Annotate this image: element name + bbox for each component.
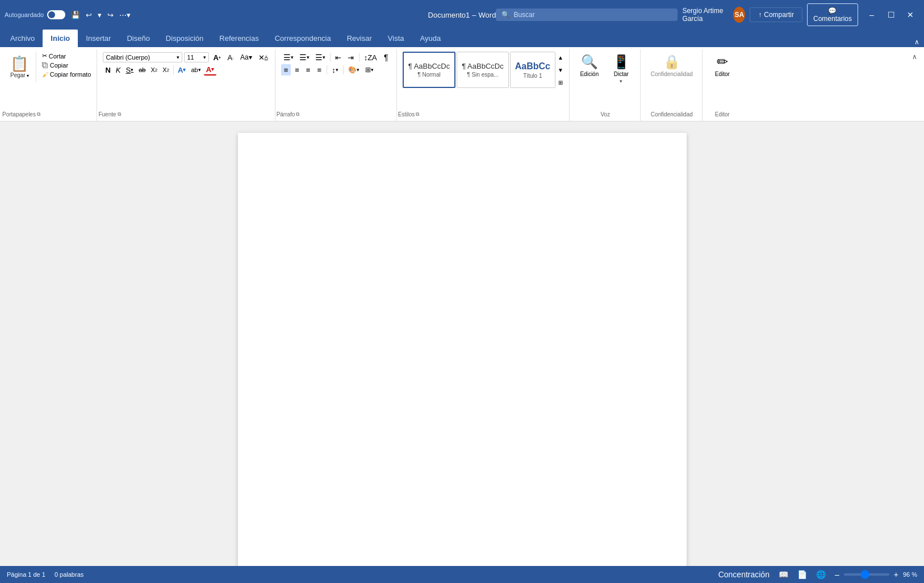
tab-correspondencia[interactable]: Correspondencia bbox=[267, 30, 339, 47]
increase-indent-button[interactable]: ⇥ bbox=[345, 52, 357, 63]
undo-dropdown[interactable]: ▾ bbox=[95, 10, 104, 20]
tab-vista[interactable]: Vista bbox=[380, 30, 412, 47]
style-name-normal: ¶ Normal bbox=[417, 72, 440, 78]
autosave-toggle[interactable] bbox=[47, 10, 65, 19]
font-size-dropdown[interactable]: 11 ▾ bbox=[184, 52, 209, 62]
paste-dropdown-arrow[interactable]: ▾ bbox=[27, 73, 29, 78]
undo-button[interactable]: ↩ bbox=[83, 10, 94, 20]
decrease-font-button[interactable]: A- bbox=[225, 52, 236, 63]
increase-font-button[interactable]: A+ bbox=[211, 52, 223, 63]
italic-button[interactable]: K bbox=[114, 64, 123, 76]
portapapeles-content: 📋 Pegar ▾ ✂ Cortar ⿻ Copiar bbox=[7, 52, 92, 93]
document-page[interactable] bbox=[238, 133, 687, 573]
search-input[interactable] bbox=[513, 11, 672, 19]
styles-expand-button[interactable]: ⊞ bbox=[557, 77, 565, 88]
bold-button[interactable]: N bbox=[103, 64, 112, 76]
font-color-button[interactable]: A▾ bbox=[204, 64, 216, 76]
paste-button[interactable]: 📋 Pegar ▾ bbox=[7, 54, 32, 81]
share-button[interactable]: ↑ Compartir bbox=[750, 7, 802, 22]
underline-button[interactable]: S▾ bbox=[124, 64, 136, 76]
numbering-button[interactable]: ☰▾ bbox=[297, 52, 312, 63]
style-scroll-down[interactable]: ▼ bbox=[557, 64, 565, 76]
line-spacing-button[interactable]: ↕▾ bbox=[329, 64, 341, 76]
confidencialidad-label: Confidencialidad bbox=[651, 71, 693, 77]
search-box[interactable]: 🔍 bbox=[496, 9, 678, 21]
confidencialidad-content: 🔒 Confidencialidad bbox=[646, 52, 697, 121]
web-layout-button[interactable]: 🌐 bbox=[814, 569, 828, 580]
zoom-slider[interactable] bbox=[844, 573, 889, 576]
fuente-expand-icon[interactable]: ⧉ bbox=[118, 111, 121, 118]
edicion-label: Edición bbox=[580, 71, 599, 77]
parrafo-expand-icon[interactable]: ⧉ bbox=[296, 111, 299, 118]
title-bar-center: Documento1 – Word bbox=[428, 11, 496, 19]
show-marks-button[interactable]: ¶ bbox=[381, 52, 392, 63]
style-scroll-up[interactable]: ▲ bbox=[557, 52, 565, 63]
tab-referencias[interactable]: Referencias bbox=[211, 30, 266, 47]
document-name: Documento1 bbox=[428, 11, 470, 19]
copy-button[interactable]: ⿻ Copiar bbox=[41, 61, 93, 69]
underline-dropdown[interactable]: ▾ bbox=[131, 67, 133, 73]
tab-diseno[interactable]: Diseño bbox=[119, 30, 157, 47]
minimize-button[interactable]: – bbox=[863, 7, 881, 23]
group-fuente: Calibri (Cuerpo) ▾ 11 ▾ A+ A- Aa▾ ✕A N K bbox=[98, 49, 275, 121]
bullets-button[interactable]: ☰▾ bbox=[281, 52, 296, 63]
tab-archivo[interactable]: Archivo bbox=[2, 30, 43, 47]
superscript-button[interactable]: X2 bbox=[160, 64, 172, 76]
zoom-percent: 96 % bbox=[903, 571, 917, 578]
ribbon-tabs: Archivo Inicio Insertar Diseño Disposici… bbox=[0, 30, 924, 47]
style-item-sin-espacio[interactable]: ¶ AaBbCcDc ¶ Sin espa... bbox=[457, 52, 508, 88]
tab-inicio[interactable]: Inicio bbox=[43, 30, 78, 47]
tab-ayuda[interactable]: Ayuda bbox=[412, 30, 449, 47]
close-button[interactable]: ✕ bbox=[901, 7, 919, 23]
comments-button[interactable]: 💬 Comentarios bbox=[807, 3, 858, 26]
portapapeles-expand-icon[interactable]: ⧉ bbox=[37, 111, 40, 118]
align-center-button[interactable]: ≡ bbox=[292, 64, 302, 76]
search-icon: 🔍 bbox=[501, 11, 510, 19]
clear-format-button[interactable]: ✕A bbox=[256, 52, 270, 63]
multilevel-button[interactable]: ☰▾ bbox=[313, 52, 328, 63]
decrease-indent-button[interactable]: ⇤ bbox=[333, 52, 344, 63]
highlight-color-button[interactable]: ab▾ bbox=[189, 64, 203, 76]
editor-button[interactable]: ✏ Editor bbox=[708, 52, 737, 79]
edicion-button[interactable]: 🔍 Edición bbox=[575, 52, 604, 79]
concentration-button[interactable]: Concentración bbox=[716, 569, 772, 580]
change-case-button[interactable]: Aa▾ bbox=[238, 52, 254, 63]
estilos-expand-icon[interactable]: ⧉ bbox=[416, 111, 419, 118]
ribbon-collapse-button[interactable]: ∧ bbox=[912, 37, 922, 47]
ribbon-collapse-arrow[interactable]: ∧ bbox=[910, 52, 919, 62]
style-name-sin-espacio: ¶ Sin espa... bbox=[467, 72, 498, 78]
redo-button[interactable]: ↪ bbox=[105, 10, 116, 20]
tab-disposicion[interactable]: Disposición bbox=[158, 30, 211, 47]
confidencialidad-button[interactable]: 🔒 Confidencialidad bbox=[646, 52, 697, 79]
font-size-arrow[interactable]: ▾ bbox=[203, 54, 206, 60]
status-left: Página 1 de 1 0 palabras bbox=[7, 571, 83, 578]
tab-insertar[interactable]: Insertar bbox=[78, 30, 119, 47]
borders-button[interactable]: ⊞▾ bbox=[363, 64, 376, 76]
read-mode-button[interactable]: 📖 bbox=[776, 569, 791, 580]
zoom-out-button[interactable]: – bbox=[833, 569, 842, 580]
justify-button[interactable]: ≡ bbox=[314, 64, 324, 76]
align-right-button[interactable]: ≡ bbox=[303, 64, 313, 76]
print-layout-button[interactable]: 📄 bbox=[795, 569, 809, 580]
save-button[interactable]: 💾 bbox=[69, 10, 82, 20]
cut-button[interactable]: ✂ Cortar bbox=[41, 52, 93, 60]
format-painter-button[interactable]: 🖌 Copiar formato bbox=[41, 70, 93, 78]
subscript-button[interactable]: X2 bbox=[148, 64, 160, 76]
dictar-dropdown-arrow[interactable]: ▾ bbox=[620, 78, 622, 84]
sort-button[interactable]: ↕ZA bbox=[362, 52, 379, 63]
customize-quick-access[interactable]: ⋯▾ bbox=[117, 10, 133, 20]
zoom-in-button[interactable]: + bbox=[892, 569, 901, 580]
style-item-titulo1[interactable]: AaBbCc Título 1 bbox=[510, 52, 555, 88]
tab-revisar[interactable]: Revisar bbox=[339, 30, 380, 47]
maximize-button[interactable]: ☐ bbox=[882, 7, 900, 23]
font-family-dropdown[interactable]: Calibri (Cuerpo) ▾ bbox=[103, 52, 182, 62]
shading-button[interactable]: 🎨▾ bbox=[346, 64, 362, 76]
app-name: Word bbox=[479, 11, 496, 19]
font-family-arrow[interactable]: ▾ bbox=[177, 54, 179, 60]
avatar[interactable]: SA bbox=[733, 7, 745, 23]
align-left-button[interactable]: ≡ bbox=[281, 64, 291, 76]
style-item-normal[interactable]: ¶ AaBbCcDc ¶ Normal bbox=[403, 52, 455, 88]
dictar-button[interactable]: 📱 Dictar ▾ bbox=[607, 52, 635, 86]
text-effects-button[interactable]: A▾ bbox=[175, 64, 188, 76]
strikethrough-button[interactable]: ab bbox=[136, 64, 148, 76]
